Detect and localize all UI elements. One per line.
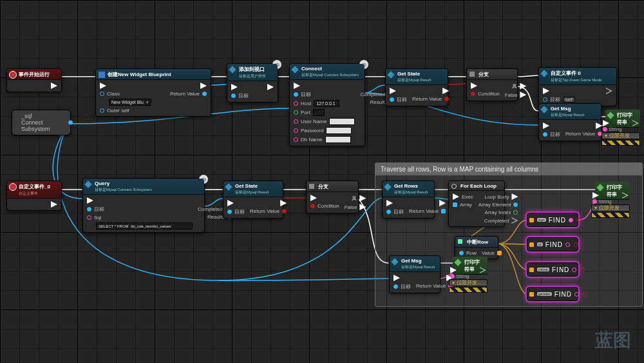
host-input[interactable]: 127.0.0.1 [314, 100, 339, 107]
idx-pin[interactable] [513, 210, 518, 215]
variable-sql-connect-subsystem[interactable]: _sqlConnectSubsystem [12, 110, 71, 135]
exec-in-pin[interactable] [310, 195, 317, 201]
exec-in-pin[interactable] [87, 197, 93, 204]
exec-in-pin[interactable] [386, 200, 393, 206]
condition-pin[interactable] [471, 92, 475, 96]
query-node[interactable]: Query 目标是Mysql Connect Subsystem 目标 Sql … [82, 178, 205, 233]
out-pin[interactable] [565, 242, 570, 247]
variable-output-pin[interactable] [68, 121, 73, 125]
branch-node-1[interactable]: 分支 Condition 真 False [466, 68, 518, 101]
dev-bar[interactable]: ▾仅限开发 [449, 279, 488, 286]
return-pin[interactable] [441, 209, 446, 213]
comment-title[interactable]: Traverse all rows, Row is a MAP containi… [375, 163, 642, 175]
target-pin[interactable] [390, 97, 394, 102]
get-msg-node-2[interactable]: Get Msg 目标是Mysql Result 目标 Return Value [389, 255, 440, 293]
array-pin[interactable] [453, 202, 457, 207]
condition-pin[interactable] [310, 204, 315, 208]
print-string-body-3[interactable]: In String ▾仅限开发 [591, 191, 630, 218]
exec-in-pin[interactable] [543, 123, 549, 129]
outer-pin[interactable] [100, 108, 104, 113]
for-each-loop-node[interactable]: For Each Loop Exec Array Loop Body Array… [448, 181, 505, 227]
exec-in-pin[interactable] [100, 83, 106, 89]
self-button[interactable]: self [563, 97, 575, 103]
map-in-pin[interactable] [529, 292, 534, 297]
target-pin[interactable] [393, 284, 398, 289]
exec-in-pin[interactable] [390, 88, 396, 94]
exec-out-pin[interactable] [267, 84, 274, 90]
false-pin[interactable] [520, 92, 526, 98]
target-pin[interactable] [543, 132, 547, 137]
print-string-body-2[interactable]: In String ▾仅限开发 [449, 266, 488, 293]
out-pin[interactable] [574, 292, 579, 297]
sql-pin[interactable] [87, 215, 91, 220]
get-state-node-1[interactable]: Get State 目标是Mysql Result 目标 Return Valu… [385, 68, 448, 106]
class-pin[interactable] [100, 92, 104, 96]
port-pin[interactable] [294, 110, 298, 115]
return-pin[interactable] [444, 97, 449, 101]
target-pin[interactable] [227, 210, 232, 214]
user-pin[interactable] [294, 119, 298, 124]
target-pin[interactable] [386, 210, 391, 214]
find-node-name[interactable]: name FIND [527, 262, 578, 277]
key-chip[interactable]: name [537, 268, 549, 271]
found-pin[interactable] [574, 242, 578, 247]
pass-pin[interactable] [294, 128, 298, 133]
branch-node-2[interactable]: 分支 Condition 真 False [306, 181, 359, 213]
found-pin[interactable] [583, 292, 587, 297]
break-row-node[interactable]: 中断Row Row Value [455, 236, 498, 259]
target-pin[interactable] [294, 92, 298, 97]
map-in-pin[interactable] [529, 242, 534, 247]
class-dropdown[interactable]: New Widget Blu [109, 99, 151, 106]
exec-out-pin[interactable] [51, 201, 57, 208]
instring-pin[interactable] [603, 127, 607, 132]
db-input[interactable] [325, 136, 351, 143]
instring-pin[interactable] [592, 199, 597, 204]
exec-out-pin[interactable] [280, 200, 287, 206]
target-pin[interactable] [87, 207, 91, 211]
key-chip[interactable]: id [537, 242, 543, 246]
get-state-node-2[interactable]: Get State 目标是Mysql Result 目标 Return Valu… [223, 181, 283, 219]
get-msg-node-1[interactable]: Get Msg 目标是Mysql Result 目标 Return Value [538, 103, 601, 141]
create-widget-node[interactable]: 创建New Widget Blueprint Class New Widget … [95, 68, 211, 117]
done-pin[interactable] [511, 217, 518, 224]
exec-out-pin[interactable] [200, 83, 207, 89]
exec-out-pin[interactable] [439, 200, 446, 206]
host-pin[interactable] [294, 101, 298, 106]
exec-out-pin[interactable] [51, 83, 57, 89]
find-node-gender[interactable]: gender FIND [527, 287, 578, 301]
exec-in-pin[interactable] [543, 88, 549, 94]
return-pin[interactable] [202, 92, 207, 96]
map-in-pin[interactable] [529, 218, 534, 222]
value-pin[interactable] [497, 251, 502, 255]
exec-in-pin[interactable] [393, 275, 400, 281]
return-pin[interactable] [282, 209, 287, 213]
key-chip[interactable]: sqn [537, 218, 546, 222]
event-begin-play[interactable]: 事件开始运行 [6, 68, 62, 92]
find-node-id[interactable]: id FIND [527, 237, 578, 251]
true-pin[interactable] [359, 195, 366, 202]
port-input[interactable] [313, 109, 325, 116]
out-pin[interactable] [572, 268, 576, 272]
found-pin[interactable] [577, 218, 582, 222]
call-custom-event-0[interactable]: 自定义事件 0 目标是Top Down Game Mode 目标self [538, 67, 617, 106]
out-pin[interactable] [569, 218, 573, 222]
target-pin[interactable] [543, 97, 547, 102]
false-pin[interactable] [359, 204, 366, 210]
row-pin[interactable] [459, 251, 464, 255]
find-node-sqn[interactable]: sqn FIND [527, 213, 578, 227]
exec-in-pin[interactable] [453, 193, 459, 200]
loopbody-pin[interactable] [511, 193, 518, 200]
target-pin[interactable] [231, 93, 236, 98]
elem-pin[interactable] [513, 202, 518, 207]
exec-in-pin[interactable] [231, 84, 238, 90]
exec-out-pin[interactable] [442, 88, 449, 94]
true-pin[interactable] [520, 83, 526, 90]
dev-bar[interactable]: ▾仅限开发 [591, 204, 630, 211]
custom-event-0-decl[interactable]: 自定义事件_0 自定义事件 [6, 181, 62, 211]
exec-in-pin[interactable] [227, 200, 234, 206]
get-rows-node[interactable]: Get Rows 目标是Mysql Result 目标 Return Value [382, 181, 435, 219]
connect-node[interactable]: Connect 目标是Mysql Connect Subsystem 目标 Ho… [289, 63, 365, 146]
key-chip[interactable]: gender [537, 292, 552, 296]
exec-out-pin[interactable] [606, 88, 612, 94]
print-string-body-1[interactable]: In String ▾仅限开发 [601, 119, 640, 146]
